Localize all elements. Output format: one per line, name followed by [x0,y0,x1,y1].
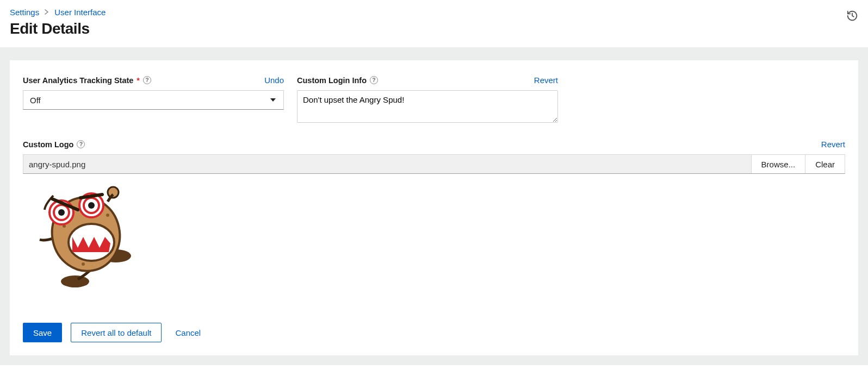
breadcrumb-settings[interactable]: Settings [10,8,39,17]
breadcrumb-user-interface[interactable]: User Interface [54,8,106,17]
save-button[interactable]: Save [23,323,62,342]
content-area: User Analytics Tracking State * ? Undo O… [0,47,868,365]
file-input-row: angry-spud.png Browse... Clear [23,154,845,174]
angry-spud-image [32,183,146,289]
undo-analytics-link[interactable]: Undo [264,76,284,85]
file-name-display: angry-spud.png [23,155,751,173]
chevron-down-icon [270,98,276,102]
revert-login-info-link[interactable]: Revert [534,76,558,85]
field-analytics: User Analytics Tracking State * ? Undo O… [23,76,284,124]
page-title: Edit Details [10,20,106,37]
svg-point-1 [61,275,89,287]
help-icon[interactable]: ? [370,76,378,84]
help-icon[interactable]: ? [143,76,151,84]
browse-button[interactable]: Browse... [751,155,805,173]
label-login-info: Custom Login Info ? [297,76,378,85]
required-indicator: * [137,76,140,85]
svg-point-6 [82,262,85,266]
logo-preview [32,183,845,290]
revert-logo-link[interactable]: Revert [821,140,845,149]
revert-all-button[interactable]: Revert all to default [71,323,162,342]
form-card: User Analytics Tracking State * ? Undo O… [10,60,858,355]
svg-point-15 [88,202,95,209]
label-custom-logo: Custom Logo ? [23,140,85,149]
label-analytics: User Analytics Tracking State * ? [23,76,151,85]
field-custom-logo: Custom Logo ? Revert angry-spud.png Brow… [23,140,845,290]
svg-point-5 [106,214,109,217]
analytics-select-value: Off [30,96,41,105]
svg-point-11 [58,209,65,216]
help-icon[interactable]: ? [77,140,85,148]
field-login-info: Custom Login Info ? Revert [297,76,558,124]
analytics-select[interactable]: Off [23,90,284,110]
clear-button[interactable]: Clear [805,155,845,173]
form-actions: Save Revert all to default Cancel [23,323,845,342]
login-info-textarea[interactable] [297,90,558,123]
cancel-button[interactable]: Cancel [170,323,206,342]
page-header: Settings User Interface Edit Details [0,0,868,47]
breadcrumb: Settings User Interface [10,8,106,17]
chevron-right-icon [45,9,49,16]
history-icon[interactable] [846,10,858,23]
